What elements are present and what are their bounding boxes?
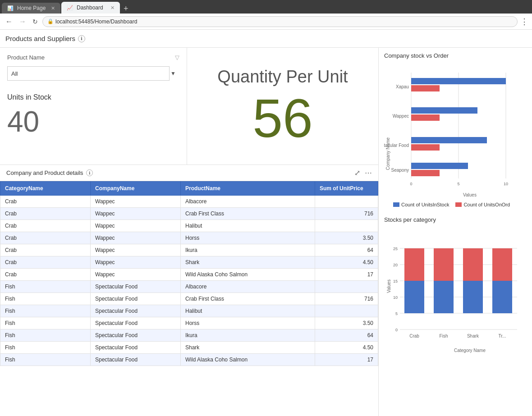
svg-rect-34 bbox=[404, 281, 424, 313]
menu-button[interactable]: ⋮ bbox=[520, 17, 528, 27]
svg-text:Seapony: Seapony bbox=[391, 168, 409, 173]
legend-red-label: Count of UnitsOnOrd bbox=[463, 202, 510, 207]
svg-text:Crab: Crab bbox=[409, 334, 419, 338]
table-row: FishSpectacular FoodShark4.50 bbox=[0, 342, 378, 354]
filter-card-header: Product Name ▽ bbox=[7, 54, 179, 61]
chart2-title: Stocks per category bbox=[384, 216, 527, 223]
table-cell: 64 bbox=[315, 329, 378, 342]
table-cell: Wappec bbox=[91, 269, 181, 281]
table-cell: Spectacular Food bbox=[91, 342, 181, 354]
new-tab-button[interactable]: + bbox=[121, 4, 131, 14]
lock-icon: 🔒 bbox=[47, 18, 54, 24]
table-title: Company and Product details bbox=[6, 169, 83, 176]
svg-text:10: 10 bbox=[393, 295, 398, 300]
forward-button[interactable]: → bbox=[17, 17, 28, 27]
col-company: CompanyName bbox=[91, 182, 181, 196]
table-info-icon[interactable]: ℹ bbox=[86, 169, 93, 176]
svg-text:25: 25 bbox=[393, 247, 398, 251]
chart1-legend: Count of UnitsInStock Count of UnitsOnOr… bbox=[384, 202, 527, 207]
tab-dashboard[interactable]: 📈 Dashboard ✕ bbox=[61, 2, 120, 14]
svg-rect-12 bbox=[411, 78, 506, 84]
table-cell bbox=[315, 305, 378, 317]
table-row: FishSpectacular FoodIkura64 bbox=[0, 329, 378, 342]
table-cell: Horss bbox=[181, 232, 315, 244]
product-select-wrapper: All Albacore Crab First Class Halibut Ho… bbox=[7, 66, 179, 81]
filter-card-title: Product Name bbox=[7, 54, 45, 61]
chart2-card: Stocks per category Values Category Name… bbox=[384, 216, 527, 355]
table-cell: Spectacular Food bbox=[91, 305, 181, 317]
info-icon[interactable]: ℹ bbox=[78, 35, 85, 42]
table-cell: Albacore bbox=[181, 281, 315, 293]
product-select[interactable]: All Albacore Crab First Class Halibut Ho… bbox=[7, 66, 170, 81]
table-cell: Spectacular Food bbox=[91, 293, 181, 305]
table-cell: Crab First Class bbox=[181, 208, 315, 220]
refresh-button[interactable]: ↻ bbox=[31, 17, 40, 26]
qty-card: Quantity Per Unit 56 bbox=[187, 48, 378, 165]
product-filter-card: Product Name ▽ All Albacore Crab First C… bbox=[0, 48, 187, 165]
table-cell: Fish bbox=[0, 354, 91, 366]
svg-rect-16 bbox=[411, 137, 487, 143]
table-cell: Fish bbox=[0, 329, 91, 342]
svg-rect-17 bbox=[411, 144, 440, 151]
table-cell: Spectacular Food bbox=[91, 329, 181, 342]
table-row: FishSpectacular FoodAlbacore bbox=[0, 281, 378, 293]
table-cell: Wild Alaska Coho Salmon bbox=[181, 354, 315, 366]
legend-blue-label: Count of UnitsInStock bbox=[401, 202, 449, 207]
close-icon[interactable]: ✕ bbox=[51, 5, 55, 11]
back-button[interactable]: ← bbox=[4, 17, 14, 27]
col-price: Sum of UnitPrice bbox=[315, 182, 378, 196]
chevron-down-icon: ▼ bbox=[170, 70, 176, 77]
table-cell: Shark bbox=[181, 256, 315, 269]
chart1-svg: Company Name Values 0 5 10 Xapau Wappec … bbox=[384, 64, 524, 199]
table-cell: Crab First Class bbox=[181, 293, 315, 305]
table-cell: Fish bbox=[0, 342, 91, 354]
table-row: FishSpectacular FoodCrab First Class716 bbox=[0, 293, 378, 305]
svg-rect-13 bbox=[411, 85, 440, 91]
svg-rect-39 bbox=[463, 248, 483, 281]
table-cell: Wild Alaska Coho Salmon bbox=[181, 269, 315, 281]
svg-text:5: 5 bbox=[457, 182, 459, 186]
svg-text:Company Name: Company Name bbox=[385, 137, 390, 170]
svg-rect-18 bbox=[411, 163, 468, 169]
data-table: CategoryName CompanyName ProductName Sum… bbox=[0, 181, 378, 366]
address-bar[interactable]: 🔒 bbox=[42, 16, 518, 27]
table-cell: 17 bbox=[315, 269, 378, 281]
table-row: FishSpectacular FoodHorss3.50 bbox=[0, 317, 378, 329]
svg-text:0: 0 bbox=[410, 182, 412, 186]
table-header: Company and Product details ℹ ⤢ ⋯ bbox=[0, 165, 378, 181]
table-section: Company and Product details ℹ ⤢ ⋯ Catego… bbox=[0, 165, 378, 416]
table-cell: Crab bbox=[0, 208, 91, 220]
svg-text:Xapau: Xapau bbox=[396, 84, 409, 89]
svg-rect-41 bbox=[492, 248, 512, 281]
table-cell: Wappec bbox=[91, 208, 181, 220]
table-cell: Albacore bbox=[181, 196, 315, 208]
more-button[interactable]: ⋯ bbox=[365, 169, 372, 177]
expand-button[interactable]: ⤢ bbox=[354, 169, 360, 177]
legend-blue: Count of UnitsInStock bbox=[393, 202, 449, 207]
table-cell bbox=[315, 281, 378, 293]
chart1-container: Company Name Values 0 5 10 Xapau Wappec … bbox=[384, 64, 527, 200]
tab-dashboard-icon: 📈 bbox=[67, 5, 73, 11]
table-row: FishSpectacular FoodHalibut bbox=[0, 305, 378, 317]
svg-text:10: 10 bbox=[504, 182, 508, 186]
tab-home-label: Home Page bbox=[17, 5, 46, 11]
close-icon-2[interactable]: ✕ bbox=[110, 5, 115, 11]
table-cell: Wappec bbox=[91, 232, 181, 244]
right-panel: Company stock vs Order Company Name Valu… bbox=[379, 48, 532, 416]
table-cell: Fish bbox=[0, 317, 91, 329]
svg-text:Values: Values bbox=[386, 279, 391, 293]
qty-label: Quantity Per Unit bbox=[217, 67, 348, 87]
table-cell: Spectacular Food bbox=[91, 317, 181, 329]
table-cell: Horss bbox=[181, 317, 315, 329]
url-input[interactable] bbox=[55, 18, 513, 25]
table-cell: 3.50 bbox=[315, 317, 378, 329]
table-cell: Wappec bbox=[91, 244, 181, 256]
svg-text:Spectacular Food: Spectacular Food bbox=[384, 143, 409, 148]
table-cell: Spectacular Food bbox=[91, 281, 181, 293]
left-panel: Product Name ▽ All Albacore Crab First C… bbox=[0, 48, 379, 416]
page-title: Products and Suppliers bbox=[5, 35, 75, 42]
tab-home[interactable]: 📊 Home Page ✕ bbox=[2, 3, 60, 14]
table-cell: 4.50 bbox=[315, 256, 378, 269]
svg-rect-36 bbox=[434, 281, 454, 313]
svg-text:Category Name: Category Name bbox=[454, 348, 486, 353]
